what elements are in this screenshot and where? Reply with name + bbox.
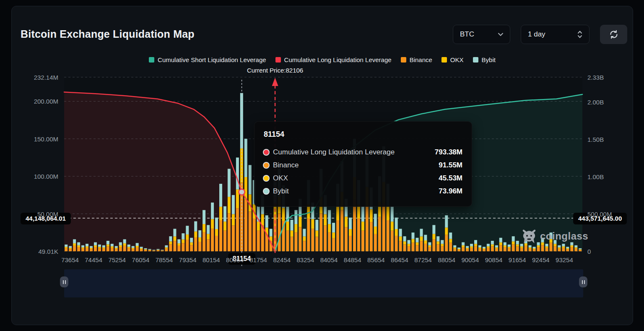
liquidation-bar-segment[interactable] — [474, 244, 477, 246]
liquidation-bar-segment[interactable] — [186, 235, 189, 240]
liquidation-bar-segment[interactable] — [265, 215, 268, 227]
liquidation-bar-segment[interactable] — [470, 248, 473, 251]
liquidation-bar-segment[interactable] — [291, 230, 293, 237]
liquidation-bar-segment[interactable] — [570, 247, 573, 251]
liquidation-bar-segment[interactable] — [361, 222, 364, 231]
liquidation-bar-segment[interactable] — [504, 245, 506, 247]
liquidation-bar-segment[interactable] — [291, 220, 293, 231]
brush-area[interactable] — [64, 269, 583, 297]
liquidation-bar-segment[interactable] — [77, 245, 80, 247]
liquidation-bar-segment[interactable] — [148, 250, 151, 250]
liquidation-bar-segment[interactable] — [474, 246, 477, 251]
liquidation-bar-segment[interactable] — [165, 245, 168, 248]
liquidation-bar-segment[interactable] — [328, 210, 331, 224]
liquidation-bar-segment[interactable] — [111, 246, 114, 248]
liquidation-bar-segment[interactable] — [353, 200, 356, 251]
liquidation-bar-segment[interactable] — [223, 222, 226, 231]
liquidation-bar-segment[interactable] — [336, 220, 339, 251]
liquidation-bar-segment[interactable] — [349, 218, 352, 229]
liquidation-bar-segment[interactable] — [462, 245, 465, 247]
liquidation-bar-segment[interactable] — [203, 232, 205, 251]
liquidation-bar-segment[interactable] — [123, 239, 126, 243]
liquidation-bar-segment[interactable] — [324, 225, 327, 251]
liquidation-bar-segment[interactable] — [315, 237, 318, 252]
liquidation-bar-segment[interactable] — [127, 247, 130, 248]
liquidation-bar-segment[interactable] — [144, 250, 147, 251]
liquidation-bar-segment[interactable] — [270, 229, 273, 236]
liquidation-bar-segment[interactable] — [215, 218, 218, 229]
liquidation-bar-segment[interactable] — [311, 219, 314, 229]
liquidation-bar-segment[interactable] — [223, 231, 226, 251]
liquidation-bar-segment[interactable] — [357, 219, 360, 251]
liquidation-bar-segment[interactable] — [466, 249, 469, 251]
liquidation-bar-segment[interactable] — [508, 245, 511, 247]
liquidation-bar-segment[interactable] — [541, 245, 544, 251]
liquidation-bar-segment[interactable] — [399, 229, 402, 236]
liquidation-bar-segment[interactable] — [520, 246, 523, 248]
liquidation-bar-segment[interactable] — [495, 248, 498, 251]
liquidation-bar-segment[interactable] — [361, 206, 364, 222]
liquidation-bar-segment[interactable] — [94, 242, 97, 245]
liquidation-bar-segment[interactable] — [177, 246, 180, 251]
liquidation-bar-segment[interactable] — [387, 207, 390, 220]
liquidation-bar-segment[interactable] — [399, 241, 402, 251]
liquidation-bar-segment[interactable] — [558, 248, 561, 251]
liquidation-bar-segment[interactable] — [504, 247, 506, 251]
liquidation-bar-segment[interactable] — [412, 242, 415, 251]
liquidation-bar-segment[interactable] — [483, 247, 486, 248]
liquidation-bar-segment[interactable] — [428, 242, 431, 245]
liquidation-bar-segment[interactable] — [508, 248, 511, 251]
liquidation-bar-segment[interactable] — [562, 246, 565, 248]
liquidation-bar-segment[interactable] — [491, 247, 494, 252]
liquidation-bar-segment[interactable] — [203, 224, 205, 232]
liquidation-bar-segment[interactable] — [436, 245, 439, 251]
liquidation-bar-segment[interactable] — [115, 248, 118, 249]
liquidation-bar-segment[interactable] — [249, 211, 252, 251]
liquidation-bar-segment[interactable] — [553, 246, 556, 251]
liquidation-bar-segment[interactable] — [165, 248, 168, 249]
liquidation-bar-segment[interactable] — [441, 240, 444, 244]
liquidation-bar-segment[interactable] — [90, 246, 93, 248]
liquidation-bar-segment[interactable] — [219, 207, 222, 220]
liquidation-bar-segment[interactable] — [436, 236, 439, 241]
liquidation-bar-segment[interactable] — [232, 195, 235, 214]
liquidation-bar-segment[interactable] — [115, 246, 118, 248]
liquidation-bar-segment[interactable] — [499, 245, 502, 251]
liquidation-bar-segment[interactable] — [332, 223, 335, 232]
liquidation-bar-segment[interactable] — [483, 248, 486, 249]
liquidation-bar-segment[interactable] — [340, 210, 343, 251]
liquidation-bar-segment[interactable] — [457, 250, 460, 251]
liquidation-bar-segment[interactable] — [169, 236, 172, 241]
liquidation-bar-segment[interactable] — [102, 248, 105, 249]
liquidation-bar-segment[interactable] — [457, 249, 460, 250]
liquidation-bar-segment[interactable] — [157, 250, 160, 252]
liquidation-bar-segment[interactable] — [579, 249, 582, 250]
liquidation-bar-segment[interactable] — [374, 234, 377, 251]
liquidation-bar-segment[interactable] — [391, 206, 394, 222]
liquidation-bar-segment[interactable] — [570, 245, 573, 247]
liquidation-bar-segment[interactable] — [420, 229, 423, 236]
liquidation-bar-segment[interactable] — [161, 250, 164, 250]
liquidation-bar-segment[interactable] — [328, 224, 331, 232]
liquidation-bar-segment[interactable] — [73, 239, 76, 243]
liquidation-bar-segment[interactable] — [207, 234, 210, 240]
liquidation-bar-segment[interactable] — [416, 245, 419, 251]
liquidation-bar-segment[interactable] — [127, 245, 130, 247]
liquidation-bar-segment[interactable] — [73, 243, 76, 246]
liquidation-bar-segment[interactable] — [453, 248, 456, 251]
brush-handle-left[interactable] — [60, 276, 68, 287]
liquidation-bar-segment[interactable] — [487, 244, 490, 246]
liquidation-bar-segment[interactable] — [94, 247, 97, 251]
liquidation-bar-segment[interactable] — [529, 248, 532, 251]
liquidation-bar-segment[interactable] — [286, 222, 289, 231]
liquidation-bar-segment[interactable] — [211, 219, 214, 229]
liquidation-bar-segment[interactable] — [566, 247, 569, 248]
liquidation-bar-segment[interactable] — [157, 249, 160, 250]
liquidation-bar-segment[interactable] — [86, 248, 88, 251]
liquidation-bar-segment[interactable] — [403, 245, 406, 251]
liquidation-bar-segment[interactable] — [387, 220, 390, 251]
liquidation-bar-segment[interactable] — [516, 245, 519, 247]
liquidation-bar-segment[interactable] — [169, 241, 172, 244]
liquidation-bar-segment[interactable] — [106, 247, 109, 252]
liquidation-bar-segment[interactable] — [361, 231, 364, 251]
